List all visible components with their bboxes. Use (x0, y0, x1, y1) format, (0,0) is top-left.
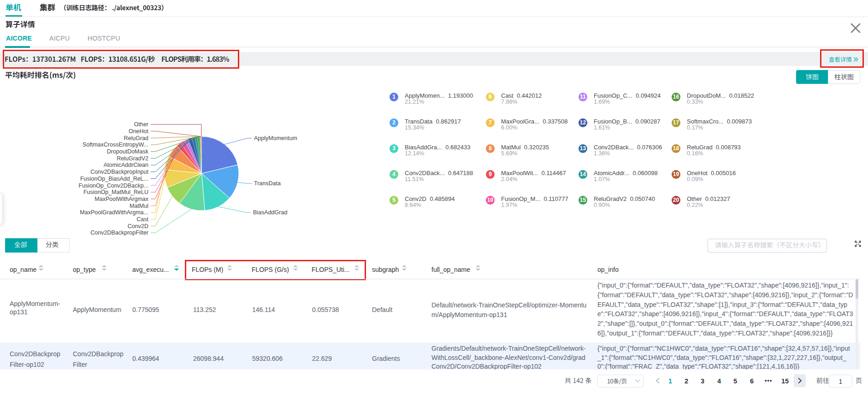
svg-text:ReluGradV2: ReluGradV2 (117, 155, 148, 162)
svg-text:FusionOp_Conv2DBackp...: FusionOp_Conv2DBackp... (79, 182, 148, 189)
svg-text:Conv2DBackpropFilter: Conv2DBackpropFilter (90, 229, 148, 236)
svg-text:Other: Other (134, 121, 148, 128)
svg-text:Conv2D: Conv2D (128, 223, 148, 229)
svg-text:FusionOp_MatMul_ReLU: FusionOp_MatMul_ReLU (83, 189, 148, 195)
svg-text:OneHot: OneHot (129, 128, 149, 135)
svg-text:MaxPoolGradWithArgma...: MaxPoolGradWithArgma... (80, 209, 148, 216)
svg-text:MatMul: MatMul (130, 203, 148, 209)
svg-text:SoftmaxCrossEntropyW...: SoftmaxCrossEntropyW... (83, 141, 148, 148)
svg-text:MaxPoolWithArgmax: MaxPoolWithArgmax (94, 196, 148, 202)
svg-text:ReluGrad: ReluGrad (124, 135, 149, 141)
svg-text:FusionOp_BiasAdd_ReL...: FusionOp_BiasAdd_ReL... (80, 176, 148, 182)
svg-text:BiasAddGrad: BiasAddGrad (253, 209, 287, 216)
svg-text:Conv2DBackpropInput: Conv2DBackpropInput (90, 169, 148, 175)
svg-text:ApplyMomentum: ApplyMomentum (254, 135, 297, 141)
svg-text:DropoutDoMask: DropoutDoMask (107, 148, 149, 155)
svg-text:TransData: TransData (254, 180, 281, 187)
svg-text:AtomicAddrClean: AtomicAddrClean (104, 162, 148, 168)
svg-text:Cast: Cast (136, 216, 148, 223)
